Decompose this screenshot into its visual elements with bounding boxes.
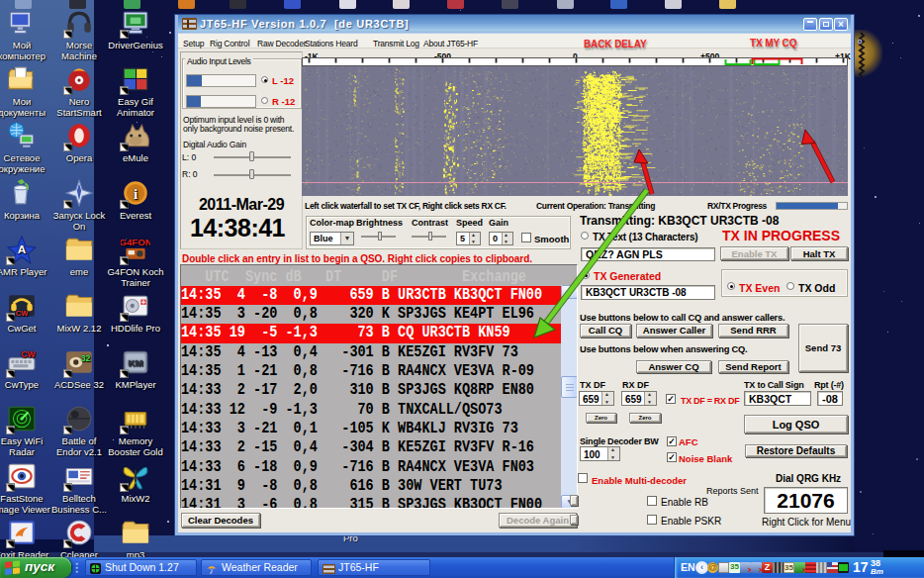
svg-text:CW: CW xyxy=(21,349,36,359)
svg-text:32: 32 xyxy=(81,353,91,363)
svg-text:G4FON: G4FON xyxy=(121,237,150,247)
svg-text:CW: CW xyxy=(16,309,29,318)
svg-text:A: A xyxy=(18,242,27,255)
svg-text:i: i xyxy=(134,186,138,202)
svg-text:KM: KM xyxy=(129,357,143,368)
